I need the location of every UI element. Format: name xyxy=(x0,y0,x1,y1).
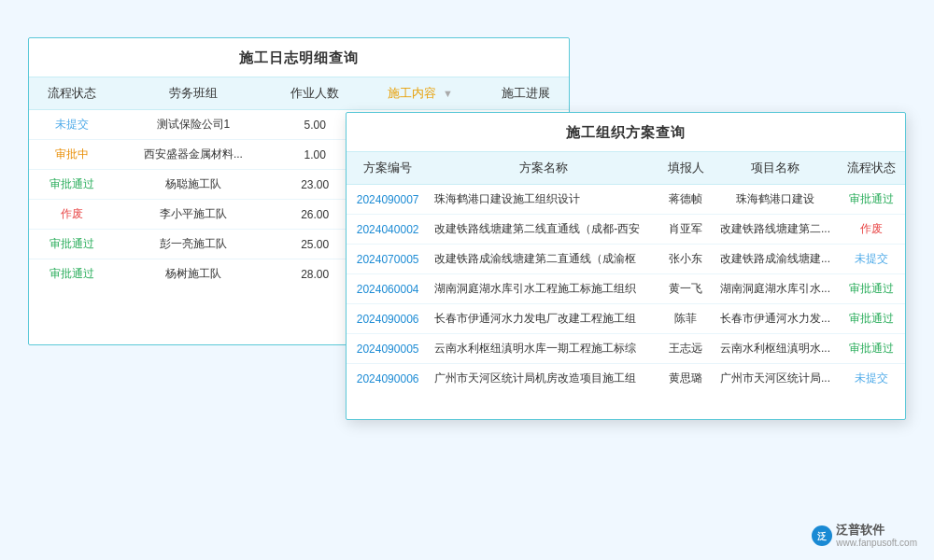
code-cell: 2024090006 xyxy=(347,364,429,394)
table-row: 2024090006长春市伊通河水力发电厂改建工程施工组陈菲长春市伊通河水力发.… xyxy=(347,304,905,334)
project-cell: 云南水利枢纽滇明水... xyxy=(713,334,838,364)
table-row: 2024070005改建铁路成渝线塘建第二直通线（成渝枢张小东改建铁路成渝线塘建… xyxy=(347,245,905,274)
team-cell: 李小平施工队 xyxy=(115,200,273,230)
col-count: 作业人数 xyxy=(272,77,358,110)
filler-cell: 黄一飞 xyxy=(659,274,713,304)
filler-cell: 陈菲 xyxy=(659,304,713,334)
code-link[interactable]: 2024090006 xyxy=(357,372,419,385)
brand-url: www.fanpusoft.com xyxy=(836,538,917,549)
front-panel: 施工组织方案查询 方案编号 方案名称 填报人 项目名称 流程状态 2024090… xyxy=(346,112,906,420)
status-cell: 审批通过 xyxy=(838,304,905,334)
filler-cell: 肖亚军 xyxy=(659,215,713,245)
code-cell: 2024090005 xyxy=(347,334,429,364)
table-row: 2024090005云南水利枢纽滇明水库一期工程施工标综王志远云南水利枢纽滇明水… xyxy=(347,334,905,364)
col-project: 项目名称 xyxy=(713,152,838,185)
status-cell: 审批通过 xyxy=(838,334,905,364)
front-panel-table: 方案编号 方案名称 填报人 项目名称 流程状态 2024090007珠海鹤港口建… xyxy=(347,152,905,393)
brand-name: 泛普软件 xyxy=(836,523,917,538)
front-table-header: 方案编号 方案名称 填报人 项目名称 流程状态 xyxy=(347,152,905,185)
code-cell: 2024090006 xyxy=(347,304,429,334)
name-cell: 长春市伊通河水力发电厂改建工程施工组 xyxy=(429,304,658,334)
col-status: 流程状态 xyxy=(29,77,115,110)
code-link[interactable]: 2024090005 xyxy=(357,343,419,356)
table-row: 2024090006广州市天河区统计局机房改造项目施工组黄思璐广州市天河区统计局… xyxy=(347,364,905,394)
name-cell: 广州市天河区统计局机房改造项目施工组 xyxy=(429,364,658,394)
name-cell: 云南水利枢纽滇明水库一期工程施工标综 xyxy=(429,334,658,364)
code-link[interactable]: 2024060004 xyxy=(357,283,419,296)
brand-svg-icon: 泛 xyxy=(814,527,830,544)
team-cell: 测试保险公司1 xyxy=(115,110,273,140)
code-link[interactable]: 2024070005 xyxy=(357,253,419,266)
table-row: 2024090007珠海鹤港口建设施工组织设计蒋德帧珠海鹤港口建设审批通过 xyxy=(347,185,905,215)
status-cell: 审批中 xyxy=(29,140,115,170)
col-content[interactable]: 施工内容 ▼ xyxy=(358,77,483,110)
name-cell: 改建铁路线塘建第二线直通线（成都-西安 xyxy=(429,215,658,245)
status-cell: 未提交 xyxy=(29,110,115,140)
status-cell: 审批通过 xyxy=(838,185,905,215)
project-cell: 广州市天河区统计局... xyxy=(713,364,838,394)
back-panel-title: 施工日志明细查询 xyxy=(29,38,569,77)
project-cell: 珠海鹤港口建设 xyxy=(713,185,838,215)
code-link[interactable]: 2024090007 xyxy=(357,193,419,206)
team-cell: 西安盛器金属材料... xyxy=(115,140,273,170)
project-cell: 长春市伊通河水力发... xyxy=(713,304,838,334)
col-status: 流程状态 xyxy=(838,152,905,185)
col-filler: 填报人 xyxy=(659,152,713,185)
svg-text:泛: 泛 xyxy=(817,531,828,541)
col-name: 方案名称 xyxy=(429,152,658,185)
status-cell: 审批通过 xyxy=(29,230,115,259)
col-team: 劳务班组 xyxy=(115,77,273,110)
col-progress: 施工进展 xyxy=(483,77,569,110)
team-cell: 杨树施工队 xyxy=(115,259,273,289)
filler-cell: 张小东 xyxy=(659,245,713,274)
code-link[interactable]: 2024040002 xyxy=(357,223,419,236)
brand-logo: 泛 泛普软件 www.fanpusoft.com xyxy=(812,523,917,549)
brand: 泛 泛普软件 www.fanpusoft.com xyxy=(812,523,917,549)
filler-cell: 王志远 xyxy=(659,334,713,364)
col-code: 方案编号 xyxy=(347,152,429,185)
name-cell: 改建铁路成渝线塘建第二直通线（成渝枢 xyxy=(429,245,658,274)
status-cell: 审批通过 xyxy=(29,259,115,289)
team-cell: 杨聪施工队 xyxy=(115,170,273,200)
sort-icon: ▼ xyxy=(443,88,453,99)
brand-icon: 泛 xyxy=(812,525,832,546)
project-cell: 改建铁路线塘建第二... xyxy=(713,215,838,245)
status-cell: 审批通过 xyxy=(29,170,115,200)
code-cell: 2024070005 xyxy=(347,245,429,274)
code-cell: 2024090007 xyxy=(347,185,429,215)
status-cell: 作废 xyxy=(838,215,905,245)
project-cell: 湖南洞庭湖水库引水... xyxy=(713,274,838,304)
code-cell: 2024040002 xyxy=(347,215,429,245)
filler-cell: 黄思璐 xyxy=(659,364,713,394)
project-cell: 改建铁路成渝线塘建... xyxy=(713,245,838,274)
name-cell: 湖南洞庭湖水库引水工程施工标施工组织 xyxy=(429,274,658,304)
table-row: 2024040002改建铁路线塘建第二线直通线（成都-西安肖亚军改建铁路线塘建第… xyxy=(347,215,905,245)
code-cell: 2024060004 xyxy=(347,274,429,304)
name-cell: 珠海鹤港口建设施工组织设计 xyxy=(429,185,658,215)
team-cell: 彭一亮施工队 xyxy=(115,230,273,259)
status-cell: 未提交 xyxy=(838,364,905,394)
front-panel-title: 施工组织方案查询 xyxy=(347,113,905,152)
table-row: 2024060004湖南洞庭湖水库引水工程施工标施工组织黄一飞湖南洞庭湖水库引水… xyxy=(347,274,905,304)
back-table-header: 流程状态 劳务班组 作业人数 施工内容 ▼ 施工进展 xyxy=(29,77,569,110)
status-cell: 未提交 xyxy=(838,245,905,274)
code-link[interactable]: 2024090006 xyxy=(357,313,419,326)
filler-cell: 蒋德帧 xyxy=(659,185,713,215)
status-cell: 审批通过 xyxy=(838,274,905,304)
brand-text: 泛普软件 www.fanpusoft.com xyxy=(836,523,917,549)
status-cell: 作废 xyxy=(29,200,115,230)
